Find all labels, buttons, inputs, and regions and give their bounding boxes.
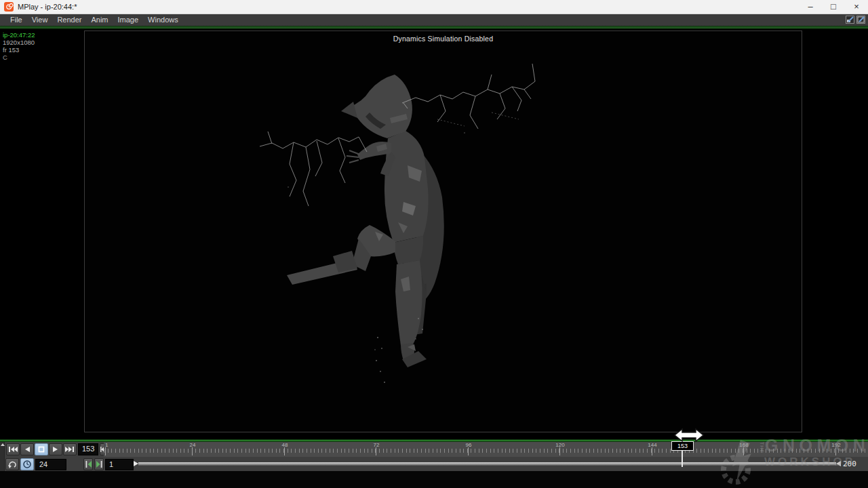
- stop-icon: [38, 446, 45, 453]
- play-forward-button[interactable]: [49, 443, 62, 455]
- tick-label: 48: [282, 442, 288, 448]
- realtime-playback-button[interactable]: [20, 458, 34, 470]
- jump-end-icon: [65, 446, 75, 453]
- playhead-marker[interactable]: [682, 451, 683, 467]
- resize-cursor-icon: [673, 427, 705, 443]
- memory-usage-bar: [0, 26, 868, 29]
- viewport-message: Dynamics Simulation Disabled: [85, 35, 802, 43]
- range-slider-start-arrow[interactable]: [134, 461, 138, 466]
- houdini-logo-icon: [4, 2, 14, 12]
- major-tick: [105, 447, 106, 455]
- mplay-window: MPlay - ip-20:44:* – □ × File View Rende…: [0, 0, 868, 488]
- current-frame-field[interactable]: 153: [78, 443, 98, 455]
- tick-label: 120: [555, 442, 564, 448]
- range-jump-start-button[interactable]: [83, 458, 93, 470]
- timeline-minor-ticks: [104, 449, 868, 453]
- play-reverse-icon: [24, 446, 31, 453]
- range-jump-end-button[interactable]: [94, 458, 104, 470]
- pane-edit-icon[interactable]: [856, 16, 865, 24]
- character-render: [85, 31, 802, 432]
- menu-windows[interactable]: Windows: [143, 15, 183, 25]
- tick-label: 72: [374, 442, 380, 448]
- major-tick: [192, 447, 193, 455]
- menu-view[interactable]: View: [27, 15, 53, 25]
- window-title: MPlay - ip-20:44:*: [18, 3, 77, 11]
- tick-label: 192: [831, 442, 840, 448]
- title-bar: MPlay - ip-20:44:* – □ ×: [0, 0, 868, 14]
- play-reverse-button[interactable]: [20, 443, 34, 455]
- range-start-field[interactable]: 1: [105, 459, 134, 470]
- menu-anim[interactable]: Anim: [86, 15, 113, 25]
- hud-frame-label: fr 153: [3, 46, 35, 54]
- menu-render[interactable]: Render: [52, 15, 86, 25]
- range-end-icon: [96, 461, 102, 468]
- tick-label: 24: [190, 442, 196, 448]
- jump-to-end-button[interactable]: [63, 443, 77, 455]
- tick-label: 168: [739, 442, 748, 448]
- loop-mode-button[interactable]: [5, 458, 19, 470]
- loop-icon: [8, 461, 17, 468]
- range-start-icon: [85, 461, 92, 468]
- menu-bar: File View Render Anim Image Windows: [0, 14, 868, 26]
- tick-label: 96: [466, 442, 472, 448]
- range-end-value[interactable]: 200: [843, 460, 856, 468]
- major-tick: [284, 447, 285, 455]
- jump-start-icon: [8, 446, 18, 453]
- hud-info: ip-20:47:22 1920x1080 fr 153 C: [3, 31, 35, 61]
- splitter-arrow-icon: [1, 443, 5, 446]
- maximize-button[interactable]: □: [822, 0, 845, 14]
- jump-to-start-button[interactable]: [6, 443, 20, 455]
- play-forward-icon: [52, 446, 59, 453]
- image-viewport[interactable]: Dynamics Simulation Disabled: [84, 30, 802, 432]
- range-slider[interactable]: [138, 462, 836, 466]
- close-button[interactable]: ×: [845, 0, 868, 14]
- menu-file[interactable]: File: [5, 15, 27, 25]
- major-tick: [743, 447, 744, 455]
- menu-image[interactable]: Image: [113, 15, 144, 25]
- minimize-button[interactable]: –: [799, 0, 822, 14]
- bottom-margin: [0, 471, 868, 488]
- tick-label: 144: [648, 442, 656, 448]
- major-tick: [559, 447, 560, 455]
- major-tick: [835, 447, 836, 455]
- major-tick: [652, 447, 652, 455]
- major-tick: [376, 447, 376, 455]
- clock-icon: [23, 460, 31, 468]
- stop-button[interactable]: [35, 443, 48, 455]
- range-slider-end-arrow[interactable]: [836, 461, 841, 466]
- tick-label: 1: [105, 442, 108, 448]
- timeline-ruler[interactable]: 1 24 48 72 96 120 144 168 192: [104, 442, 868, 457]
- hud-resolution-label: 1920x1080: [3, 39, 35, 46]
- hud-plane-label: C: [3, 54, 35, 61]
- pane-float-icon[interactable]: [846, 16, 854, 24]
- playback-bar: 153 1 24 48 72 96 120 144: [0, 442, 868, 471]
- pane-splitter[interactable]: [0, 442, 5, 471]
- major-tick: [468, 447, 469, 455]
- hud-session-label: ip-20:47:22: [3, 31, 35, 39]
- fps-field[interactable]: 24: [35, 459, 66, 470]
